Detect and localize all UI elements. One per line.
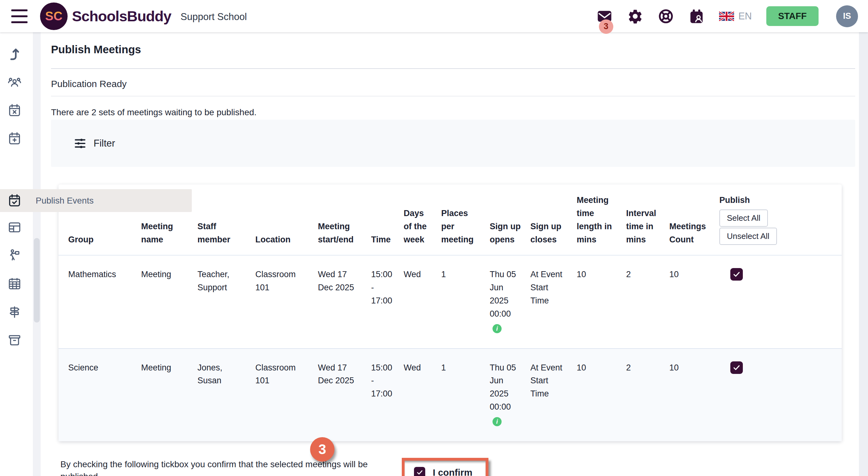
table-icon: [7, 220, 22, 235]
col-header-interval-time: Interval time in mins: [622, 184, 665, 255]
cell-group: Science: [59, 349, 137, 441]
info-icon[interactable]: i: [493, 417, 502, 426]
people-group-icon: [7, 75, 22, 90]
flyout-label: Publish Events: [36, 196, 94, 206]
cell-days-of-week: Wed: [399, 255, 437, 348]
header-actions: 3 EN STAFF IS: [596, 5, 868, 27]
main-content: Publish Meetings Publication Ready There…: [41, 32, 859, 476]
language-selector[interactable]: EN: [739, 11, 752, 22]
unselect-all-button[interactable]: Unselect All: [719, 228, 777, 245]
logo-monogram: SC: [45, 9, 63, 23]
cell-places-per-meeting: 1: [437, 255, 485, 348]
cell-meeting-time-length: 10: [572, 349, 622, 441]
page-title: Publish Meetings: [51, 32, 855, 56]
cell-group: Mathematics: [59, 255, 137, 348]
calendar-check-icon: [7, 193, 22, 208]
confirmation-text: By checking the following tickbox you co…: [60, 458, 384, 476]
cell-staff-member: Teacher, Support: [193, 255, 251, 348]
brand-name: SchoolsBuddy: [72, 7, 171, 25]
sidebar-scrollbar-thumb[interactable]: [34, 238, 40, 323]
signpost-icon: [7, 305, 22, 320]
sidebar-item-directions[interactable]: [0, 301, 29, 324]
cell-meeting-name: Meeting: [137, 349, 193, 441]
col-header-sign-up-opens: Sign up opens: [485, 184, 526, 255]
settings-gear-icon[interactable]: [627, 8, 643, 24]
annotation-step-circle: 3: [310, 437, 335, 462]
publish-checkbox[interactable]: [730, 268, 743, 280]
sidebar-scrollbar[interactable]: [33, 32, 41, 476]
cell-interval-time: 2: [622, 255, 665, 348]
archive-box-icon: [7, 333, 22, 348]
sidebar-item-cancel-events[interactable]: [0, 99, 29, 122]
col-header-sign-up-closes: Sign up closes: [526, 184, 572, 255]
filter-button[interactable]: Filter: [73, 137, 115, 150]
cell-sign-up-opens: Thu 05 Jun 2025 00:00i: [485, 349, 526, 441]
sidebar-item-up[interactable]: [0, 43, 29, 66]
filter-label: Filter: [94, 138, 115, 149]
sidebar-item-publish-events[interactable]: [0, 189, 29, 212]
cell-days-of-week: Wed: [399, 349, 437, 441]
divider: [51, 96, 855, 96]
sidebar-item-create-event[interactable]: [0, 127, 29, 150]
filter-panel: Filter: [51, 120, 855, 167]
sidebar-item-activities[interactable]: [0, 244, 29, 267]
mail-icon[interactable]: 3: [596, 8, 613, 24]
cell-location: Classroom 101: [251, 255, 313, 348]
cell-sign-up-closes: At Event Start Time: [526, 255, 572, 348]
sidebar-item-archive[interactable]: [0, 329, 29, 352]
info-icon[interactable]: i: [493, 324, 502, 333]
uk-flag-icon[interactable]: [719, 11, 734, 21]
confirmation-row: By checking the following tickbox you co…: [51, 458, 855, 476]
staff-role-button[interactable]: STAFF: [766, 6, 818, 26]
publish-column-label: Publish: [719, 194, 837, 207]
cell-meeting-time-length: 10: [572, 255, 622, 348]
cell-sign-up-opens: Thu 05 Jun 2025 00:00i: [485, 255, 526, 348]
cell-sign-up-closes: At Event Start Time: [526, 349, 572, 441]
sidebar-item-groups[interactable]: [0, 71, 29, 94]
help-lifering-icon[interactable]: [658, 8, 674, 24]
calendar-person-icon[interactable]: [688, 8, 705, 24]
calendar-x-icon: [7, 103, 22, 118]
col-header-places-per-meeting: Places per meeting: [437, 184, 485, 255]
publish-checkbox[interactable]: [730, 361, 743, 374]
select-all-button[interactable]: Select All: [719, 209, 768, 227]
meetings-table: Group Meeting name Staff member Location…: [59, 184, 842, 441]
i-confirm-label: I confirm: [433, 467, 472, 476]
cell-interval-time: 2: [622, 349, 665, 441]
summary-text: There are 2 sets of meetings waiting to …: [51, 108, 855, 117]
cell-time: 15:00 - 17:00: [367, 349, 399, 441]
cell-time: 15:00 - 17:00: [367, 255, 399, 348]
col-header-meetings-count: Meetings Count: [665, 184, 715, 255]
avatar[interactable]: IS: [836, 5, 858, 27]
col-header-time: Time: [367, 184, 399, 255]
table-row: Mathematics Meeting Teacher, Support Cla…: [59, 255, 842, 348]
arrow-turn-up-icon: [7, 47, 22, 62]
person-presenting-icon: [7, 248, 22, 263]
col-header-staff-member: Staff member: [193, 184, 251, 255]
col-header-days-of-week: Days of the week: [399, 184, 437, 255]
cell-meetings-count: 10: [665, 255, 715, 348]
col-header-meeting-start-end: Meeting start/end: [313, 184, 367, 255]
calendar-plus-icon: [7, 131, 22, 146]
page-scrollbar[interactable]: [859, 32, 868, 476]
sidebar-item-reports[interactable]: [0, 216, 29, 239]
divider: [51, 68, 855, 69]
cell-publish: [715, 255, 842, 348]
calendar-grid-icon: [7, 276, 22, 291]
cell-meeting-start-end: Wed 17 Dec 2025: [313, 349, 367, 441]
confirm-annotation-box: I confirm: [402, 458, 489, 476]
sidebar-item-calendar[interactable]: [0, 272, 29, 295]
schoolsbuddy-logo[interactable]: SC: [40, 2, 68, 30]
i-confirm-checkbox[interactable]: [414, 467, 425, 476]
cell-publish: [715, 349, 842, 441]
hamburger-menu-icon[interactable]: [11, 9, 29, 23]
col-header-publish: Publish Select All Unselect All: [715, 184, 842, 255]
cell-meeting-start-end: Wed 17 Dec 2025: [313, 255, 367, 348]
sidebar-flyout-publish-events[interactable]: Publish Events: [29, 189, 192, 212]
notification-badge[interactable]: 3: [599, 20, 613, 34]
meetings-table-card: Group Meeting name Staff member Location…: [59, 184, 842, 441]
col-header-meeting-time-length: Meeting time length in mins: [572, 184, 622, 255]
filter-sliders-icon: [73, 137, 87, 150]
cell-meeting-name: Meeting: [137, 255, 193, 348]
cell-staff-member: Jones, Susan: [193, 349, 251, 441]
